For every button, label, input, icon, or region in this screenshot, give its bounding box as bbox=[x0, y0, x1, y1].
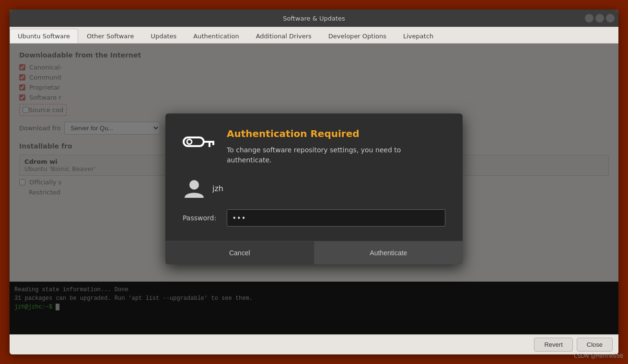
title-bar-buttons bbox=[585, 14, 615, 23]
csdn-watermark: CSDN @Henrik698 bbox=[574, 353, 623, 359]
user-avatar bbox=[183, 177, 206, 200]
svg-point-1 bbox=[187, 139, 192, 144]
content-area: Downloadable from the Internet Canonical… bbox=[10, 44, 618, 334]
tab-other-software[interactable]: Other Software bbox=[79, 29, 142, 43]
tab-authentication[interactable]: Authentication bbox=[185, 29, 247, 43]
tab-additional-drivers[interactable]: Additional Drivers bbox=[248, 29, 320, 43]
password-input[interactable] bbox=[227, 209, 445, 227]
dialog-title: Authentication Required bbox=[227, 128, 401, 139]
user-row: jzh bbox=[183, 177, 445, 200]
tab-updates[interactable]: Updates bbox=[142, 29, 185, 43]
dialog-body: Authentication Required To change softwa… bbox=[165, 114, 463, 241]
close-button[interactable] bbox=[606, 14, 615, 23]
cancel-button[interactable]: Cancel bbox=[165, 241, 314, 264]
tab-developer-options[interactable]: Developer Options bbox=[320, 29, 395, 43]
dialog-text-block: Authentication Required To change softwa… bbox=[227, 128, 401, 165]
bottom-buttons: Revert Close bbox=[10, 334, 618, 354]
tab-ubuntu-software[interactable]: Ubuntu Software bbox=[10, 29, 78, 43]
svg-point-5 bbox=[189, 180, 199, 190]
dialog-overlay: Authentication Required To change softwa… bbox=[10, 44, 618, 334]
revert-button[interactable]: Revert bbox=[534, 338, 572, 352]
main-window: Software & Updates Ubuntu Software Other… bbox=[10, 10, 618, 354]
password-label: Password: bbox=[183, 214, 221, 222]
maximize-button[interactable] bbox=[595, 14, 604, 23]
password-row: Password: bbox=[183, 209, 445, 227]
dialog-header: Authentication Required To change softwa… bbox=[183, 128, 445, 165]
username-label: jzh bbox=[212, 184, 223, 193]
dialog-description: To change software repository settings, … bbox=[227, 145, 401, 165]
close-main-button[interactable]: Close bbox=[577, 338, 613, 352]
auth-dialog: Authentication Required To change softwa… bbox=[165, 114, 463, 264]
tabs-bar: Ubuntu Software Other Software Updates A… bbox=[10, 27, 618, 44]
title-bar: Software & Updates bbox=[10, 10, 618, 27]
tab-livepatch[interactable]: Livepatch bbox=[395, 29, 442, 43]
dialog-footer: Cancel Authenticate bbox=[165, 241, 463, 264]
key-icon bbox=[183, 130, 215, 156]
window-title: Software & Updates bbox=[283, 15, 345, 22]
minimize-button[interactable] bbox=[585, 14, 593, 23]
authenticate-button[interactable]: Authenticate bbox=[314, 241, 463, 264]
